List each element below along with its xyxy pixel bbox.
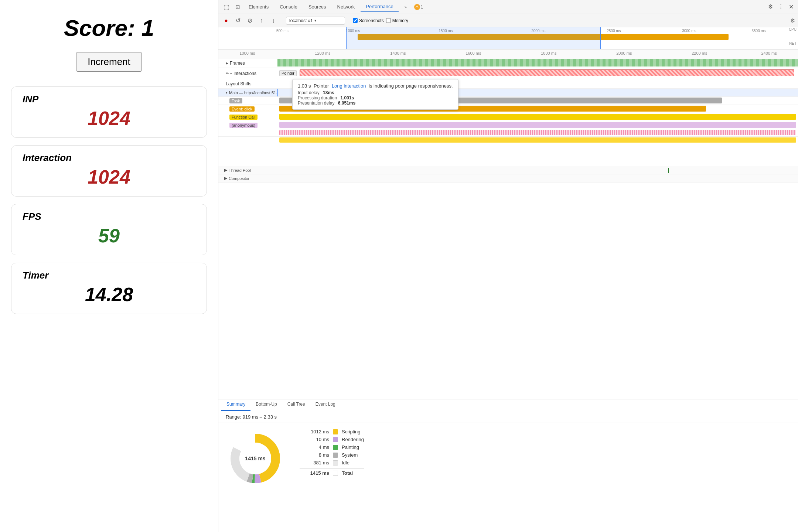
interaction-card: Interaction 1024 <box>11 145 207 197</box>
frames-row: ▶ Frames <box>218 58 798 68</box>
range-text: Range: 919 ms – 2.33 s <box>218 411 798 423</box>
summary-content: 1415 ms 1012 ms Scripting 10 ms Renderin… <box>218 423 798 494</box>
tab-performance[interactable]: Performance <box>361 1 398 12</box>
close-icon[interactable]: ✕ <box>787 2 795 12</box>
cpu-label: CPU <box>789 27 797 31</box>
net-label: NET <box>789 41 797 45</box>
tooltip-metrics: Input delay 18ms Processing duration 1.0… <box>298 90 453 106</box>
main-expand-icon[interactable]: ▾ <box>226 91 228 95</box>
anonymous-track[interactable] <box>277 121 798 129</box>
function-call-row[interactable]: Function Call <box>218 113 798 121</box>
rendering-value: 10 ms <box>300 437 329 442</box>
tooltip-event: Pointer <box>314 83 329 89</box>
record-icon[interactable]: ● <box>221 16 231 25</box>
inp-label: INP <box>23 93 195 105</box>
tooltip-metrics-left: Input delay 18ms Processing duration 1.0… <box>298 90 355 106</box>
summary-legend: 1012 ms Scripting 10 ms Rendering 4 ms P… <box>300 429 364 476</box>
upload-icon[interactable]: ↑ <box>257 16 266 25</box>
bottom-panel: Summary Bottom-Up Call Tree Event Log Ra… <box>218 399 798 532</box>
frames-track[interactable] <box>277 58 798 68</box>
main-thread-label: ▾ Main — http://localhost:51... <box>218 91 277 95</box>
painting-value: 4 ms <box>300 444 329 450</box>
rendering-name: Rendering <box>342 437 364 442</box>
interaction-bar[interactable] <box>300 69 794 76</box>
anonymous-row[interactable]: (anonymous) <box>218 121 798 129</box>
presentation-value: 6.051ms <box>338 100 355 106</box>
interactions-row[interactable]: ✏ ▾ Interactions Pointer <box>218 68 798 79</box>
device-icon[interactable]: ⊡ <box>232 2 243 12</box>
tick-3500: 3500 ms <box>751 29 765 33</box>
tab-sources[interactable]: Sources <box>303 2 331 12</box>
scripting-row-1 <box>218 129 798 137</box>
rendering-dot <box>333 437 338 442</box>
processing-row: Processing duration 1.001s <box>298 95 355 100</box>
legend-row-painting: 4 ms Painting <box>300 444 364 450</box>
url-selector[interactable]: localhost #1 ▾ <box>286 17 345 25</box>
tooltip-time: 1.03 s <box>298 83 311 89</box>
thread-pool-marker <box>668 168 669 173</box>
frames-expand-icon[interactable]: ▶ <box>226 61 228 65</box>
separator <box>282 17 282 24</box>
increment-button[interactable]: Increment <box>76 52 142 72</box>
timer-value: 14.28 <box>23 283 195 306</box>
tab-more[interactable]: » <box>399 3 412 11</box>
memory-checkbox-group[interactable]: Memory <box>386 18 408 23</box>
frames-label: ▶ Frames <box>218 61 277 66</box>
tooltip-link[interactable]: Long interaction <box>332 83 366 89</box>
tab-event-log[interactable]: Event Log <box>310 399 341 411</box>
presentation-label: Presentation delay <box>298 100 334 106</box>
tab-network[interactable]: Network <box>332 2 360 12</box>
pencil-icon[interactable]: ✏ <box>226 71 229 75</box>
gear-icon[interactable]: ⚙ <box>767 2 774 12</box>
function-call-track[interactable] <box>277 113 798 121</box>
presentation-row: Presentation delay 6.051ms <box>298 100 355 106</box>
reload-icon[interactable]: ↺ <box>233 16 243 25</box>
download-icon[interactable]: ↓ <box>269 16 278 25</box>
tab-call-tree[interactable]: Call Tree <box>282 399 310 411</box>
timeline-overview[interactable]: 500 ms 1000 ms 1500 ms 2000 ms 2500 ms 3… <box>218 27 798 50</box>
tooltip-description: is indicating poor page responsiveness. <box>369 83 453 89</box>
tick-500: 500 ms <box>276 29 289 33</box>
interactions-expand-icon[interactable]: ▾ <box>230 72 232 75</box>
inp-value: 1024 <box>23 107 195 129</box>
input-delay-row: Input delay 18ms <box>298 90 355 95</box>
scripting-name: Scripting <box>342 429 361 434</box>
spacer-main <box>218 144 798 166</box>
r-tick-2200: 2200 ms <box>692 51 707 55</box>
r-tick-2000: 2000 ms <box>616 51 632 55</box>
interaction-tooltip: 1.03 s Pointer Long interaction is indic… <box>292 79 458 110</box>
fps-label: FPS <box>23 211 195 222</box>
scripting-bar-2 <box>279 137 796 143</box>
tab-bottom-up[interactable]: Bottom-Up <box>250 399 282 411</box>
interactions-track[interactable]: Pointer <box>277 68 798 79</box>
timeline-main[interactable]: 1000 ms 1200 ms 1400 ms 1600 ms 1800 ms … <box>218 50 798 399</box>
thread-pool-track[interactable] <box>277 166 798 174</box>
idle-value: 381 ms <box>300 460 329 466</box>
clear-icon[interactable]: ⊘ <box>245 16 255 25</box>
separator2 <box>349 17 349 24</box>
screenshots-checkbox-group[interactable]: Screenshots <box>353 18 384 23</box>
scripting-track-2[interactable] <box>277 137 798 144</box>
scripting-track-1[interactable] <box>277 129 798 136</box>
memory-checkbox[interactable] <box>386 18 391 23</box>
selection-range[interactable] <box>346 27 601 49</box>
inspect-icon[interactable]: ⬚ <box>221 2 232 12</box>
more-options-icon[interactable]: ⋮ <box>777 2 785 12</box>
anonymous-bar <box>279 122 796 128</box>
compositor-expand-icon[interactable]: ▶ <box>224 176 227 181</box>
scripting-bar-1 <box>279 130 796 135</box>
input-delay-value: 18ms <box>323 90 334 95</box>
tab-elements[interactable]: Elements <box>243 2 274 12</box>
r-tick-2400: 2400 ms <box>761 51 777 55</box>
settings-icon[interactable]: ⚙ <box>790 17 795 24</box>
tab-console[interactable]: Console <box>274 2 303 12</box>
task-label-spacer: Task <box>218 98 277 103</box>
inp-card: INP 1024 <box>11 86 207 138</box>
screenshots-checkbox[interactable] <box>353 18 358 23</box>
r-tick-1600: 1600 ms <box>466 51 481 55</box>
idle-name: Idle <box>342 460 349 466</box>
thread-pool-expand-icon[interactable]: ▶ <box>224 168 227 173</box>
tab-summary[interactable]: Summary <box>221 399 250 411</box>
function-call-label: Function Call <box>229 115 258 120</box>
interaction-value: 1024 <box>23 166 195 188</box>
